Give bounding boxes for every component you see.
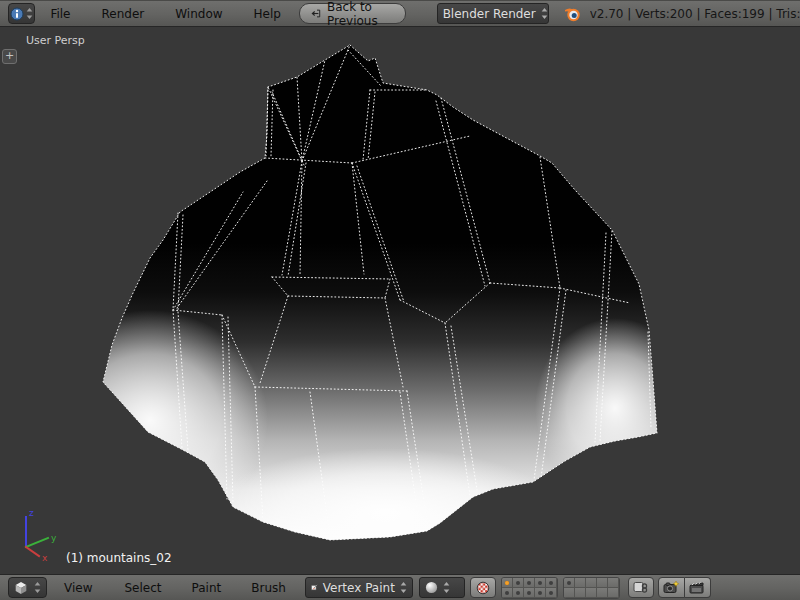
layer-dot	[527, 581, 531, 585]
viewport-editor-icon	[14, 581, 28, 595]
scene-stats: v2.70 | Verts:200 | Faces:199 | Tris:359…	[590, 7, 800, 21]
axis-z-label: z	[29, 508, 34, 518]
view-name-label: User Persp	[26, 34, 85, 47]
updown-arrows-icon	[400, 581, 407, 594]
info-editor-icon	[10, 7, 24, 21]
back-to-previous-button[interactable]: Back to Previous	[299, 3, 406, 24]
menu-paint[interactable]: Paint	[183, 581, 231, 595]
view3d-header: View Select Paint Brush Vertex Paint	[0, 574, 800, 600]
layer-dot	[505, 591, 509, 595]
blender-window: z y x User Persp + (1) mountains_02 File…	[0, 0, 800, 600]
menu-select[interactable]: Select	[115, 581, 170, 595]
layers-block-2	[563, 577, 620, 599]
menu-help[interactable]: Help	[245, 7, 290, 21]
layer-dot	[538, 581, 542, 585]
layers-block-1	[501, 577, 558, 599]
updown-arrows-icon	[26, 7, 33, 20]
menu-brush[interactable]: Brush	[242, 581, 295, 595]
updown-arrows-icon	[541, 7, 548, 20]
shading-sphere-icon	[425, 581, 438, 594]
interaction-mode-dropdown[interactable]: Vertex Paint	[305, 577, 413, 598]
layer-dot	[516, 581, 520, 585]
lock-camera-button[interactable]	[628, 577, 654, 598]
menu-render[interactable]: Render	[92, 7, 153, 21]
render-engine-dropdown[interactable]: Blender Render	[437, 3, 549, 24]
layer-cell[interactable]	[545, 587, 557, 598]
layer-cell[interactable]	[607, 587, 619, 598]
layer-dot	[549, 591, 553, 595]
info-header: File Render Window Help Back to Previous…	[0, 0, 800, 27]
opengl-render-group	[658, 577, 711, 598]
render-engine-value: Blender Render	[443, 7, 536, 21]
editor-type-button[interactable]	[8, 577, 47, 598]
axis-gizmo: z y x	[26, 508, 57, 563]
viewport-shading-dropdown[interactable]	[419, 577, 465, 598]
opengl-render-image-button[interactable]	[658, 577, 685, 598]
layer-dot	[516, 591, 520, 595]
opengl-render-camera-icon	[663, 581, 679, 594]
toolbar-expand-button[interactable]: +	[2, 49, 17, 64]
layer-dot	[567, 581, 571, 585]
axis-y-label: y	[51, 533, 57, 543]
axis-y-line	[26, 538, 48, 547]
back-arrow-icon	[311, 7, 321, 20]
updown-arrows-icon	[34, 581, 41, 594]
blender-logo	[563, 5, 581, 23]
pivot-checker-icon	[476, 581, 490, 595]
axis-x-line	[26, 547, 39, 556]
editor-type-button[interactable]	[8, 3, 35, 24]
layer-dot	[527, 591, 531, 595]
menu-file[interactable]: File	[41, 7, 79, 21]
axis-x-label: x	[42, 553, 48, 563]
viewport-3d[interactable]: z y x	[0, 0, 800, 600]
menu-window[interactable]: Window	[166, 7, 231, 21]
interaction-mode-value: Vertex Paint	[323, 581, 395, 595]
opengl-render-anim-icon	[689, 581, 705, 594]
updown-arrows-icon	[443, 581, 450, 594]
lock-camera-icon	[633, 581, 648, 594]
active-layer-dot	[505, 581, 509, 585]
mesh-object[interactable]	[32, 45, 695, 576]
back-to-previous-label: Back to Previous	[327, 0, 394, 28]
vertex-paint-icon	[311, 581, 318, 594]
opengl-render-anim-button[interactable]	[685, 577, 711, 598]
layers-widget	[501, 577, 620, 599]
layer-dot	[549, 581, 553, 585]
active-object-label: (1) mountains_02	[66, 551, 172, 565]
pivot-point-button[interactable]	[470, 577, 496, 598]
menu-view[interactable]: View	[55, 581, 101, 595]
layer-dot	[538, 591, 542, 595]
